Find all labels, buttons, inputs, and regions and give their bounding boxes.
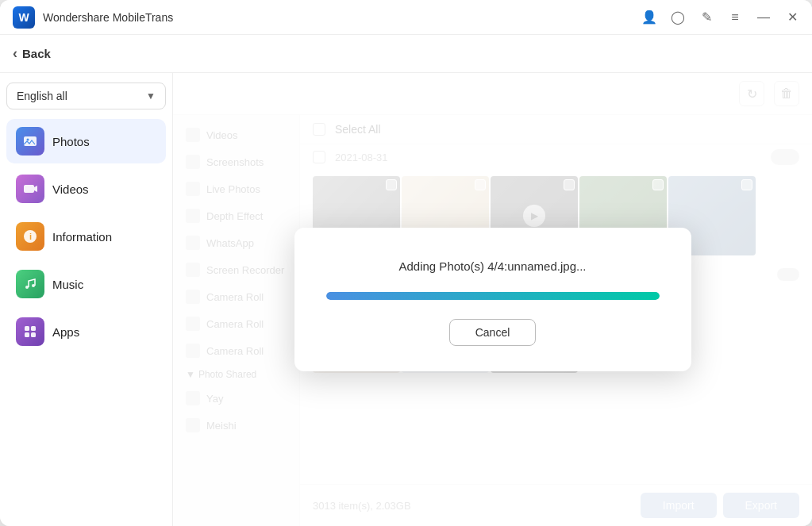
apps-icon xyxy=(16,317,44,346)
edit-icon[interactable]: ✎ xyxy=(699,10,714,25)
dialog-message: Adding Photo(s) 4/4:unnamed.jpg... xyxy=(399,259,587,273)
apps-label: Apps xyxy=(52,325,79,339)
progress-dialog: Adding Photo(s) 4/4:unnamed.jpg... Cance… xyxy=(294,228,691,371)
svg-point-5 xyxy=(25,286,29,289)
sidebar-item-information[interactable]: i Information xyxy=(6,214,166,259)
sidebar-item-videos[interactable]: Videos xyxy=(6,167,166,211)
svg-point-1 xyxy=(27,139,29,141)
profile-icon[interactable]: 👤 xyxy=(642,10,656,25)
videos-icon xyxy=(16,175,44,203)
minimize-button[interactable]: — xyxy=(756,10,771,25)
back-arrow-icon: ‹ xyxy=(13,45,17,62)
progress-bar-fill xyxy=(326,292,660,300)
bookmark-icon[interactable]: ◯ xyxy=(671,10,685,25)
close-button[interactable]: ✕ xyxy=(785,10,799,25)
app-window: W Wondershare MobileTrans 👤 ◯ ✎ ≡ — ✕ ‹ … xyxy=(0,0,812,526)
sidebar: English all ▼ Photos Videos i Informa xyxy=(0,73,173,526)
svg-rect-7 xyxy=(25,326,29,331)
app-title: Wondershare MobileTrans xyxy=(43,11,173,24)
dialog-cancel-button[interactable]: Cancel xyxy=(449,319,537,346)
dropdown-label: English all xyxy=(17,90,67,102)
photos-icon xyxy=(16,127,44,155)
nav-bar: ‹ Back xyxy=(0,35,812,73)
videos-label: Videos xyxy=(52,182,89,196)
music-label: Music xyxy=(52,278,83,291)
photos-label: Photos xyxy=(52,135,90,148)
music-icon xyxy=(16,270,44,298)
svg-rect-8 xyxy=(31,326,36,331)
back-label: Back xyxy=(22,47,51,60)
app-icon-letter: W xyxy=(18,11,29,24)
title-bar: W Wondershare MobileTrans 👤 ◯ ✎ ≡ — ✕ xyxy=(0,0,812,35)
back-button[interactable]: ‹ Back xyxy=(13,45,51,62)
main-content: English all ▼ Photos Videos i Informa xyxy=(0,73,812,526)
svg-point-6 xyxy=(32,284,35,287)
svg-rect-9 xyxy=(25,332,29,337)
sidebar-item-apps[interactable]: Apps xyxy=(6,309,166,354)
info-icon: i xyxy=(16,222,44,251)
svg-rect-10 xyxy=(31,332,36,337)
menu-icon[interactable]: ≡ xyxy=(728,10,742,25)
app-icon: W xyxy=(13,6,35,29)
language-dropdown[interactable]: English all ▼ xyxy=(6,83,166,109)
dropdown-arrow-icon: ▼ xyxy=(146,90,156,102)
overlay: Adding Photo(s) 4/4:unnamed.jpg... Cance… xyxy=(173,73,812,526)
title-bar-controls: 👤 ◯ ✎ ≡ — ✕ xyxy=(642,10,799,25)
information-label: Information xyxy=(52,230,112,244)
right-content: ↻ 🗑 Videos Screenshots xyxy=(173,73,812,526)
svg-rect-2 xyxy=(24,185,34,193)
progress-bar-background xyxy=(326,292,660,300)
sidebar-item-music[interactable]: Music xyxy=(6,262,166,306)
svg-text:i: i xyxy=(29,232,32,241)
sidebar-item-photos[interactable]: Photos xyxy=(6,119,166,163)
title-bar-left: W Wondershare MobileTrans xyxy=(13,6,173,29)
